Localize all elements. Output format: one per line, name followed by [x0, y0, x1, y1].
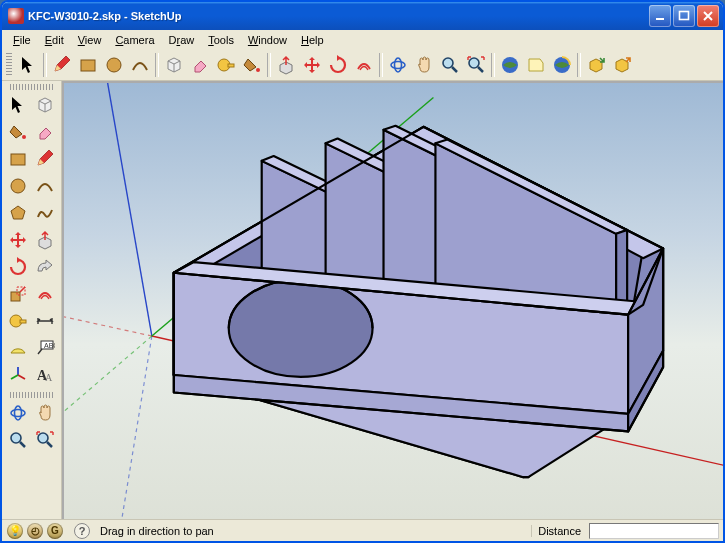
svg-rect-0 — [656, 18, 664, 20]
distance-input[interactable] — [589, 523, 719, 539]
title-bar: KFC-W3010-2.skp - SketchUp — [2, 2, 723, 30]
menu-camera[interactable]: Camera — [108, 32, 161, 48]
ge-toggle-tool[interactable] — [549, 52, 575, 78]
close-button[interactable] — [697, 5, 719, 27]
minimize-button[interactable] — [649, 5, 671, 27]
move-tool[interactable] — [5, 227, 31, 253]
svg-rect-5 — [228, 64, 234, 67]
offset-tool[interactable] — [351, 52, 377, 78]
window-title: KFC-W3010-2.skp - SketchUp — [28, 10, 649, 22]
axes-tool[interactable] — [5, 362, 31, 388]
svg-point-26 — [11, 433, 21, 443]
svg-rect-19 — [20, 320, 26, 323]
pan-tool[interactable] — [411, 52, 437, 78]
circle-tool[interactable] — [5, 173, 31, 199]
orbit-tool[interactable] — [5, 400, 31, 426]
make-component-tool[interactable] — [161, 52, 187, 78]
rectangle-tool[interactable] — [5, 146, 31, 172]
rotate-tool[interactable] — [325, 52, 351, 78]
rotate-tool[interactable] — [5, 254, 31, 280]
main-area: ABC AA — [2, 81, 723, 519]
push-pull-tool[interactable] — [32, 227, 58, 253]
app-window: KFC-W3010-2.skp - SketchUp File Edit Vie… — [0, 0, 725, 543]
arc-tool[interactable] — [127, 52, 153, 78]
select-tool[interactable] — [5, 92, 31, 118]
svg-point-7 — [391, 62, 405, 69]
toolbar-grip[interactable] — [10, 84, 53, 90]
svg-point-8 — [395, 58, 402, 72]
dimension-tool[interactable] — [32, 308, 58, 334]
paint-bucket-tool[interactable] — [5, 119, 31, 145]
pencil-tool[interactable] — [49, 52, 75, 78]
svg-rect-14 — [11, 154, 25, 165]
pencil-tool[interactable] — [32, 146, 58, 172]
circle-tool[interactable] — [101, 52, 127, 78]
ge-snapshot-tool[interactable] — [523, 52, 549, 78]
svg-point-15 — [11, 179, 25, 193]
zoom-tool[interactable] — [5, 427, 31, 453]
protractor-tool[interactable] — [5, 335, 31, 361]
follow-me-tool[interactable] — [32, 254, 58, 280]
scale-tool[interactable] — [5, 281, 31, 307]
ge-place-tool[interactable] — [583, 52, 609, 78]
svg-point-27 — [38, 433, 48, 443]
history-icon[interactable]: ◴ — [27, 523, 43, 539]
svg-line-31 — [64, 315, 152, 336]
menu-view[interactable]: View — [71, 32, 109, 48]
maximize-button[interactable] — [673, 5, 695, 27]
freehand-tool[interactable] — [32, 200, 58, 226]
menu-draw[interactable]: Draw — [162, 32, 202, 48]
eraser-tool[interactable] — [187, 52, 213, 78]
svg-point-25 — [15, 406, 22, 420]
svg-text:A: A — [45, 372, 53, 383]
menu-edit[interactable]: Edit — [38, 32, 71, 48]
svg-text:ABC: ABC — [44, 342, 55, 349]
offset-tool[interactable] — [32, 281, 58, 307]
get-model-tool[interactable] — [497, 52, 523, 78]
svg-rect-16 — [11, 292, 20, 301]
zoom-extents-tool[interactable] — [463, 52, 489, 78]
top-toolbar — [2, 50, 723, 81]
svg-rect-2 — [81, 60, 95, 71]
arc-tool[interactable] — [32, 173, 58, 199]
menu-file[interactable]: File — [6, 32, 38, 48]
rectangle-tool[interactable] — [75, 52, 101, 78]
menu-help[interactable]: Help — [294, 32, 331, 48]
push-pull-tool[interactable] — [273, 52, 299, 78]
toolbar-grip[interactable] — [6, 53, 12, 77]
svg-point-13 — [22, 135, 26, 139]
svg-point-24 — [11, 410, 25, 417]
menu-window[interactable]: Window — [241, 32, 294, 48]
status-bar: 💡 ◴ G ? Drag in direction to pan Distanc… — [2, 519, 723, 541]
orbit-tool[interactable] — [385, 52, 411, 78]
tape-measure-tool[interactable] — [213, 52, 239, 78]
move-tool[interactable] — [299, 52, 325, 78]
geo-icon[interactable]: G — [47, 523, 63, 539]
viewport-3d[interactable] — [62, 81, 723, 519]
hints-toggle-icon[interactable]: 💡 — [7, 523, 23, 539]
zoom-tool[interactable] — [437, 52, 463, 78]
ge-export-tool[interactable] — [609, 52, 635, 78]
make-component-tool[interactable] — [32, 92, 58, 118]
eraser-tool[interactable] — [32, 119, 58, 145]
side-toolbar: ABC AA — [2, 81, 62, 519]
text-tool[interactable]: ABC — [32, 335, 58, 361]
svg-point-3 — [107, 58, 121, 72]
3d-text-tool[interactable]: AA — [32, 362, 58, 388]
menu-tools[interactable]: Tools — [201, 32, 241, 48]
window-controls — [649, 5, 719, 27]
svg-point-10 — [469, 58, 479, 68]
pan-tool[interactable] — [32, 400, 58, 426]
tape-measure-tool[interactable] — [5, 308, 31, 334]
app-icon — [8, 8, 24, 24]
menu-bar: File Edit View Camera Draw Tools Window … — [2, 30, 723, 50]
zoom-extents-tool[interactable] — [32, 427, 58, 453]
help-icon[interactable]: ? — [74, 523, 90, 539]
polygon-tool[interactable] — [5, 200, 31, 226]
svg-line-29 — [120, 336, 152, 519]
svg-point-6 — [256, 68, 260, 72]
status-hint: Drag in direction to pan — [96, 525, 529, 537]
paint-bucket-tool[interactable] — [239, 52, 265, 78]
toolbar-grip[interactable] — [10, 392, 53, 398]
select-tool[interactable] — [15, 52, 41, 78]
